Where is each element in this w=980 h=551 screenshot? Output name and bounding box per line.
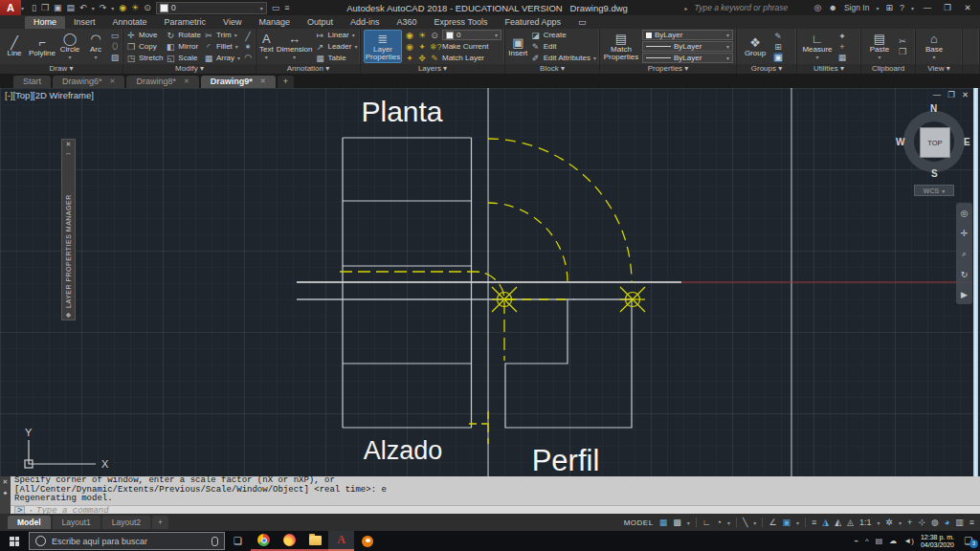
group-button[interactable]: ❖Group (740, 30, 770, 63)
firefox-taskbar-button[interactable] (277, 531, 302, 551)
current-layer-dropdown[interactable]: 0 ▾ (442, 30, 501, 40)
new-drawing-tab-button[interactable]: + (278, 76, 294, 88)
units-icon[interactable]: ⊹ (918, 518, 925, 527)
model-space-indicator[interactable]: MODEL (624, 518, 654, 527)
layout2-tab[interactable]: Layout2 (102, 516, 150, 529)
move-button[interactable]: ✛Move (126, 30, 163, 40)
microphone-icon[interactable] (212, 537, 218, 546)
copy-clip-icon[interactable]: ❒ (898, 47, 907, 56)
ellipse-icon[interactable]: ⬯ (110, 41, 120, 52)
wcs-dropdown[interactable]: WCS▾ (914, 185, 954, 196)
layer-off-icon[interactable]: ◉ (405, 42, 414, 52)
snap-toggle-icon[interactable]: ▩ (673, 518, 681, 527)
file-tab-drawing8[interactable]: Drawing8*✕ (126, 76, 198, 88)
annotation-scale-value[interactable]: 1:1 (859, 518, 872, 527)
save-icon[interactable]: ▣ (54, 0, 62, 15)
layer-walk-icon[interactable]: ✥ (417, 54, 427, 63)
match-properties-button[interactable]: ▤Match Properties (603, 30, 639, 63)
sign-in-button[interactable]: Sign In (844, 3, 869, 12)
open-file-icon[interactable]: ❒ (41, 0, 49, 15)
close-button[interactable]: ✕ (961, 3, 974, 12)
panel-modify-label[interactable]: Modify ▾ (123, 64, 256, 74)
customization-menu-icon[interactable]: ≡ (969, 518, 974, 527)
group-edit-icon[interactable]: ⊞ (773, 42, 783, 52)
polyline-button[interactable]: ⌐Polyline (29, 30, 56, 63)
polar-toggle-icon[interactable]: ◔ (716, 518, 721, 527)
annotation-monitor-icon[interactable]: + (907, 518, 912, 527)
tab-output[interactable]: Output (299, 16, 342, 29)
hatch-icon[interactable]: ▨ (110, 53, 120, 62)
panel-utilities-label[interactable]: Utilities ▾ (797, 64, 860, 74)
tab-insert[interactable]: Insert (65, 16, 104, 29)
dimension-button[interactable]: ↔Dimension▾ (277, 30, 313, 63)
calculator-icon[interactable]: ▦ (837, 53, 847, 62)
grid-toggle-icon[interactable]: ▦ (659, 518, 668, 527)
maximize-button[interactable]: ❐ (941, 3, 954, 12)
chrome-taskbar-button[interactable] (251, 531, 277, 551)
text-button[interactable]: AText▾ (259, 30, 274, 63)
clean-screen-icon[interactable]: ▥ (955, 518, 964, 527)
plot-icon[interactable]: ▤ (67, 0, 76, 15)
panel-block-label[interactable]: Block ▾ (505, 64, 599, 74)
file-tab-drawing9[interactable]: Drawing9*✕ (201, 76, 276, 88)
tab-manage[interactable]: Manage (250, 16, 299, 29)
layer-on-off-icon[interactable]: ◉ (119, 0, 126, 15)
tab-parametric[interactable]: Parametric (156, 16, 215, 29)
navigation-wheel-icon[interactable]: ◎ (961, 209, 969, 218)
rectangle-icon[interactable]: ▭ (110, 31, 120, 40)
measure-button[interactable]: ∟Measure▾ (800, 30, 835, 63)
quick-select-icon[interactable]: ✦ (837, 32, 847, 41)
blender-taskbar-button[interactable] (354, 531, 380, 551)
minimize-button[interactable]: — (921, 3, 934, 12)
point-icon[interactable]: + (837, 42, 847, 52)
centerline-path[interactable] (340, 272, 504, 361)
layer-bulb-icon[interactable]: ◉ (405, 31, 414, 40)
annotation-scale-icon[interactable]: ◬ (847, 518, 854, 527)
tab-a360[interactable]: A360 (389, 16, 426, 29)
viewcube-south[interactable]: S (931, 168, 938, 179)
taskbar-search-box[interactable]: Escribe aquí para buscar (29, 532, 225, 550)
quick-properties-icon[interactable]: ◍ (931, 518, 939, 527)
center-mark-right[interactable] (620, 287, 645, 312)
model-tab[interactable]: Model (8, 516, 51, 529)
table-button[interactable]: ▦Table (315, 53, 357, 63)
new-file-icon[interactable]: ▯ (32, 0, 36, 15)
palette-close-icon[interactable]: ✕ (66, 140, 72, 148)
pan-icon[interactable]: ✛ (961, 229, 969, 238)
erase-icon[interactable]: ╱ (243, 32, 253, 41)
viewcube-top-face[interactable]: TOP (920, 127, 950, 158)
base-button[interactable]: ⌂Base▾ (919, 30, 949, 63)
linear-button[interactable]: ↦Linear▾ (315, 30, 357, 40)
workspace-icon[interactable]: ▭ (272, 0, 280, 15)
layout1-tab[interactable]: Layout1 (53, 516, 100, 529)
app-store-icon[interactable]: ⊞ (885, 0, 893, 15)
search-expand-icon[interactable]: ▸ (685, 5, 688, 11)
tray-pen-icon[interactable]: ⌁ (854, 537, 858, 545)
panel-properties-label[interactable]: Properties ▾ (600, 64, 736, 74)
isodraft-toggle-icon[interactable]: ╲ (743, 518, 747, 527)
undo-caret-icon[interactable]: ▾ (92, 5, 95, 11)
file-tab-start[interactable]: Start (13, 76, 51, 88)
panel-annotation-label[interactable]: Annotation ▾ (256, 64, 360, 74)
outer-bend-arc[interactable] (488, 139, 632, 282)
tab-featured-apps[interactable]: Featured Apps (496, 16, 569, 29)
help-caret-icon[interactable]: ▾ (911, 5, 914, 11)
workspace-switching-icon[interactable]: ✲ (886, 518, 894, 527)
create-block-button[interactable]: ◪Create (531, 30, 596, 40)
layer-match-icon[interactable]: ✎ (430, 54, 439, 63)
tab-express-tools[interactable]: Express Tools (426, 16, 497, 29)
layer-dropdown[interactable]: 0 ▾ (156, 2, 267, 14)
app-menu-button[interactable]: A (0, 0, 21, 15)
trim-button[interactable]: ✂Trim▾ (204, 30, 240, 40)
ungroup-icon[interactable]: ✎ (773, 32, 783, 41)
layer-lock2-icon[interactable]: ✦ (405, 54, 414, 63)
leader-button[interactable]: ↗Leader▾ (315, 41, 357, 52)
copy-button[interactable]: ❒Copy (126, 41, 163, 52)
color-dropdown[interactable]: ByLayer ▾ (642, 30, 733, 40)
help-icon[interactable]: ? (900, 0, 904, 15)
orbit-icon[interactable]: ↻ (961, 270, 969, 279)
viewport-controls-label[interactable]: [-][Top][2D Wireframe] (5, 90, 94, 100)
close-tab-icon[interactable]: ✕ (110, 77, 116, 85)
layer-isolate-icon[interactable]: ✦ (417, 42, 427, 52)
vp-close-icon[interactable]: ✕ (962, 90, 969, 99)
